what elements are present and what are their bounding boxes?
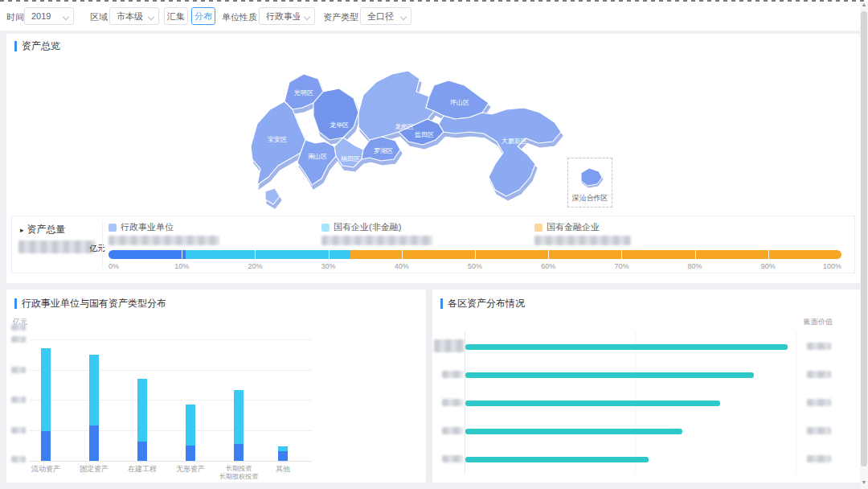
district-bar[interactable]: [465, 344, 788, 350]
screenshot-marquee-border: [0, 0, 868, 2]
region-filter-label: 区域: [90, 11, 108, 23]
overview-section-title: 资产总览: [14, 40, 60, 51]
legend-item-admin[interactable]: 行政事业单位: [108, 221, 174, 233]
ratio-tick-label: 10%: [174, 262, 189, 270]
overview-title-text: 资产总览: [22, 39, 60, 53]
ratio-ticks: 0%10%20%30%40%50%60%70%80%90%100%: [108, 262, 841, 272]
asset-type-select-value: 全口径: [367, 10, 394, 23]
chevron-down-icon: [400, 14, 407, 20]
stacked-bar-bottom-segment[interactable]: [234, 444, 244, 461]
ratio-tick-label: 40%: [395, 262, 409, 270]
redacted-legend-value: [108, 236, 219, 245]
mode-button-distribution[interactable]: 分布: [191, 7, 215, 25]
redacted-district-value: [807, 343, 831, 350]
legend-swatch-icon: [321, 224, 330, 232]
ratio-separator: [768, 250, 769, 259]
stacked-bar-top-segment[interactable]: [186, 405, 195, 446]
map-district-nanshan[interactable]: [297, 140, 336, 185]
map-islet[interactable]: [265, 188, 280, 204]
ratio-separator: [548, 250, 549, 259]
stacked-bar-top-segment[interactable]: [41, 348, 51, 431]
chevron-down-icon: [63, 14, 69, 20]
time-select[interactable]: 2019: [24, 7, 74, 25]
redacted-district-label: [442, 399, 463, 406]
region-select[interactable]: 市本级: [109, 7, 159, 25]
ratio-tick-label: 80%: [688, 262, 702, 270]
legend-label: 国有企业(非金融): [334, 221, 401, 233]
stacked-bar-top-segment[interactable]: [137, 379, 147, 442]
ratio-tick-label: 90%: [761, 262, 776, 270]
shenshan-inset-map: [568, 162, 612, 194]
ratio-tick-label: 30%: [321, 262, 336, 270]
stacked-bar-top-segment[interactable]: [234, 390, 244, 444]
ratio-tick-label: 0%: [108, 262, 119, 270]
redacted-district-label: [442, 371, 463, 378]
ratio-separator: [255, 250, 256, 259]
map-district-dapeng[interactable]: [439, 108, 561, 196]
stacked-bar-bottom-segment[interactable]: [137, 442, 147, 461]
map-district-futian[interactable]: [334, 138, 363, 167]
legend-item-soe[interactable]: 国有企业(非金融): [321, 221, 401, 233]
stacked-bar-bottom-segment[interactable]: [186, 446, 195, 461]
asset-type-filter-label: 资产类型: [323, 11, 358, 23]
ratio-separator: [329, 250, 330, 259]
unit-type-select[interactable]: 行政事业单位: [259, 7, 315, 25]
time-filter-label: 时间: [6, 11, 24, 23]
ratio-separator: [695, 250, 696, 259]
legend-swatch-icon: [534, 224, 542, 232]
ratio-segment[interactable]: [108, 250, 186, 259]
redacted-district-label: [442, 455, 463, 462]
scrollbar-down-arrow-icon[interactable]: ▼: [860, 478, 868, 487]
asset-type-select[interactable]: 全口径: [360, 7, 411, 25]
district-bar[interactable]: [465, 457, 649, 462]
asset-type-chart-card: 行政事业单位与国有资产类型分布 亿元 流动资产固定资产在建工程无形资产长期投资长…: [6, 290, 426, 483]
redacted-district-value: [807, 371, 831, 378]
stacked-bar-bottom-segment[interactable]: [89, 425, 99, 461]
ratio-segment[interactable]: [186, 250, 350, 259]
shenshan-blob: [581, 168, 602, 186]
map-district-longhua[interactable]: [313, 88, 358, 140]
redacted-district-value: [807, 455, 831, 462]
scrollbar-thumb[interactable]: [861, 11, 867, 466]
stacked-bar-bottom-segment[interactable]: [278, 451, 288, 461]
redacted-total-value: [18, 240, 96, 253]
stacked-bar-top-segment[interactable]: [278, 446, 288, 451]
ratio-separator: [475, 250, 476, 259]
ratio-tick-label: 60%: [541, 262, 555, 270]
district-bar[interactable]: [465, 372, 754, 378]
redacted-district-value: [807, 399, 831, 406]
unit-type-select-value: 行政事业单位: [266, 10, 300, 23]
chevron-down-icon: [304, 14, 310, 20]
district-bar[interactable]: [465, 429, 682, 434]
ratio-tick-label: 20%: [248, 262, 262, 270]
stacked-bar-bottom-segment[interactable]: [41, 431, 51, 461]
legend-label: 国有金融企业: [547, 221, 600, 233]
expand-arrow-icon: ▸: [20, 226, 24, 234]
stacked-bar-top-segment[interactable]: [89, 355, 99, 425]
mode-button-aggregate[interactable]: 汇集: [164, 7, 188, 25]
map-district-pingshan[interactable]: [426, 80, 489, 119]
shenshan-inset-box[interactable]: 深汕合作区: [567, 158, 612, 208]
redacted-district-value: [807, 427, 831, 434]
redacted-district-label: [442, 427, 463, 434]
legend-swatch-icon: [108, 224, 117, 232]
filter-bar: 时间 2019 区域 市本级 汇集 分布 单位性质 行政事业单位 资产类型 全口…: [0, 2, 860, 31]
asset-total-summary-box: ▸资产总量 亿元 行政事业单位 国有企业(非金融) 国有金融企业 0%10%20…: [11, 216, 855, 273]
type-chart-plot: 流动资产固定资产在建工程无形资产长期投资长期股权投资其他: [6, 290, 426, 483]
region-select-value: 市本级: [117, 10, 143, 23]
district-bar[interactable]: [465, 401, 720, 406]
page-scrollbar[interactable]: ▲ ▼: [860, 0, 868, 489]
map-district-luohu[interactable]: [362, 137, 400, 161]
ratio-tick-label: 70%: [614, 262, 628, 270]
asset-overview-card: 资产总览 光明区 龙华区 宝: [6, 34, 860, 283]
asset-total-title[interactable]: ▸资产总量: [20, 223, 66, 236]
ratio-tick-label: 50%: [468, 262, 482, 270]
map-district-baoan[interactable]: [251, 101, 305, 185]
section-accent-bar: [14, 41, 17, 51]
district-chart-plot: [432, 290, 860, 483]
legend-item-financial[interactable]: 国有金融企业: [534, 221, 600, 233]
asset-total-title-text: 资产总量: [27, 224, 66, 235]
legend-label: 行政事业单位: [121, 221, 174, 233]
x-axis-category-label: 其他: [255, 465, 311, 473]
shenshan-inset-label: 深汕合作区: [568, 193, 612, 203]
